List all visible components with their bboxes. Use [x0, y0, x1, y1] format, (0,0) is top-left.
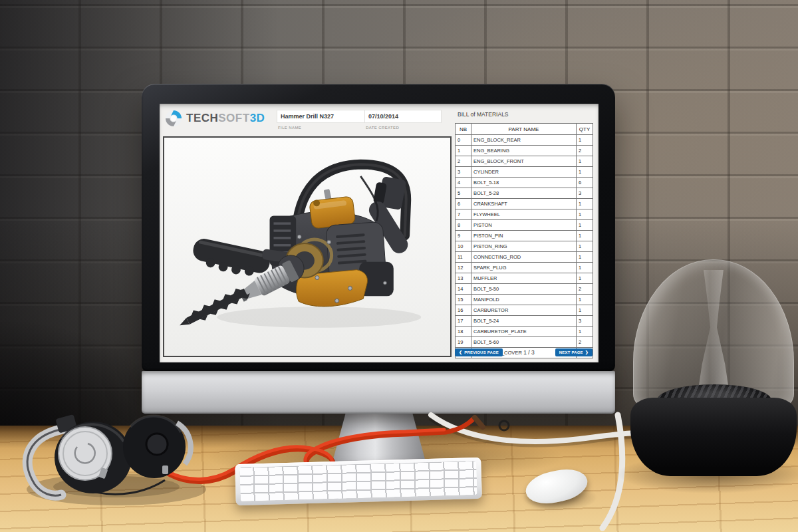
keyboard-keys [239, 461, 477, 501]
speaker-base [630, 398, 797, 476]
cable-loop [499, 421, 509, 430]
desk-scene: TECHSOFT3D Hammer Drill N327 FILE NAME 0… [0, 0, 798, 532]
keyboard[interactable] [235, 458, 482, 505]
